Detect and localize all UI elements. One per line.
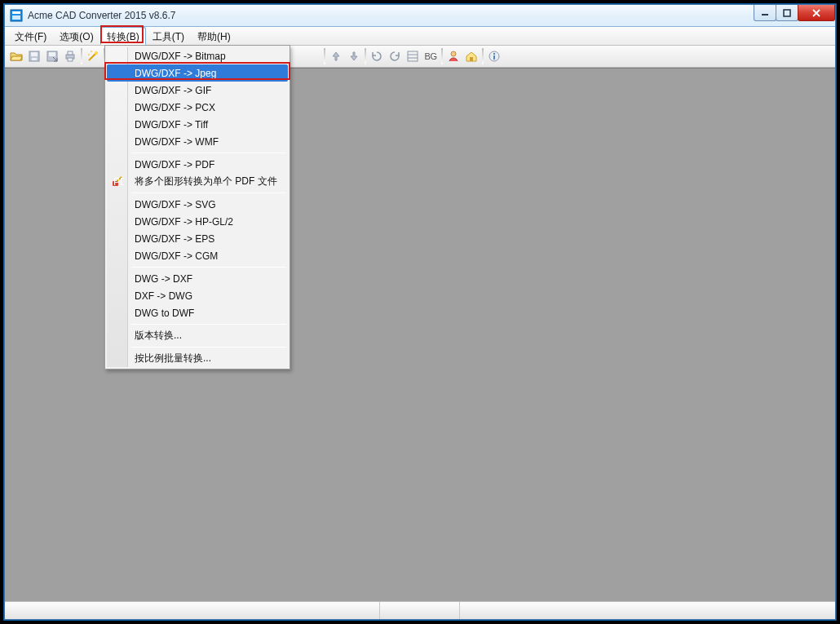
window-controls <box>754 5 835 21</box>
svg-text:PDF: PDF <box>113 176 124 188</box>
nav-up-icon[interactable] <box>327 47 345 65</box>
maximize-button[interactable] <box>776 5 798 21</box>
svg-rect-21 <box>493 53 495 55</box>
svg-rect-4 <box>784 10 790 16</box>
menu-item[interactable]: DWG/DXF -> Jpeg <box>107 64 288 82</box>
svg-point-13 <box>95 51 98 55</box>
menu-item[interactable]: DWG/DXF -> Bitmap <box>107 47 288 64</box>
svg-rect-7 <box>32 58 37 60</box>
menu-item-label: DWG/DXF -> SVG <box>135 199 216 210</box>
menu-item-label: DWG/DXF -> Jpeg <box>135 68 216 79</box>
menu-item-label: DWG/DXF -> CGM <box>135 250 218 262</box>
menu-item-label: DWG/DXF -> Tiff <box>135 119 208 131</box>
menu-item[interactable]: DWG/DXF -> SVG <box>107 196 288 213</box>
svg-rect-20 <box>493 55 495 60</box>
user-icon[interactable] <box>444 47 462 65</box>
menu-item[interactable]: PDF将多个图形转换为单个 PDF 文件 <box>107 173 288 190</box>
menu-item[interactable]: 按比例批量转换... <box>107 350 288 367</box>
toolbar-separator <box>324 48 325 64</box>
menu-item[interactable]: DXF -> DWG <box>107 287 288 304</box>
svg-rect-3 <box>762 14 768 15</box>
menu-item[interactable]: DWG/DXF -> HP-GL/2 <box>107 213 288 230</box>
home-icon[interactable] <box>462 47 480 65</box>
bg-label: BG <box>425 51 437 61</box>
menu-item-label: DWG/DXF -> EPS <box>135 233 214 245</box>
menu-item[interactable]: DWG/DXF -> CGM <box>107 247 288 264</box>
layers-icon[interactable] <box>404 47 422 65</box>
menu-separator <box>131 193 286 193</box>
svg-rect-9 <box>49 52 55 56</box>
menu-item[interactable]: 版本转换... <box>107 327 288 344</box>
info-icon[interactable] <box>485 47 503 65</box>
titlebar[interactable]: Acme CAD Converter 2015 v8.6.7 <box>5 5 835 27</box>
menu-item-label: DXF -> DWG <box>135 290 192 302</box>
close-button[interactable] <box>798 5 835 21</box>
menu-item-label: DWG/DXF -> PDF <box>135 159 214 170</box>
status-segment <box>380 602 460 619</box>
save-icon[interactable] <box>25 47 43 65</box>
svg-point-17 <box>451 51 456 56</box>
menu-separator <box>131 347 286 347</box>
menu-item-label: DWG/DXF -> WMF <box>135 136 219 148</box>
menu-help[interactable]: 帮助(H) <box>191 27 237 45</box>
toolbar-separator <box>441 48 443 64</box>
menu-options[interactable]: 选项(O) <box>53 27 99 45</box>
svg-rect-6 <box>31 52 38 56</box>
menu-item-label: DWG/DXF -> GIF <box>135 85 211 96</box>
menu-separator <box>131 153 286 153</box>
convert-wizard-icon[interactable] <box>84 47 102 65</box>
pdf-icon: PDF <box>111 175 124 188</box>
save-as-icon[interactable] <box>43 47 61 65</box>
menu-tools[interactable]: 工具(T) <box>146 27 191 45</box>
toolbar-separator <box>81 48 82 64</box>
menu-convert[interactable]: 转换(B) <box>100 27 146 45</box>
status-segment <box>5 602 380 619</box>
menu-item[interactable]: DWG/DXF -> Tiff <box>107 116 288 133</box>
statusbar <box>5 601 835 619</box>
print-icon[interactable] <box>61 47 79 65</box>
menu-item-label: DWG -> DXF <box>135 273 192 285</box>
menu-item-label: DWG/DXF -> HP-GL/2 <box>135 216 233 228</box>
menu-item-label: 将多个图形转换为单个 PDF 文件 <box>135 175 277 188</box>
menu-item[interactable]: DWG/DXF -> PCX <box>107 99 288 116</box>
toolbar-separator <box>482 48 484 64</box>
convert-menu-dropdown: DWG/DXF -> BitmapDWG/DXF -> JpegDWG/DXF … <box>104 45 290 370</box>
menu-item-label: 版本转换... <box>135 329 182 343</box>
svg-rect-11 <box>68 51 73 55</box>
menu-item-label: DWG/DXF -> PCX <box>135 102 215 113</box>
svg-rect-1 <box>12 11 20 14</box>
app-icon <box>10 9 23 22</box>
open-file-icon[interactable] <box>7 47 25 65</box>
svg-rect-2 <box>12 15 20 20</box>
menu-separator <box>131 324 286 325</box>
svg-rect-18 <box>470 57 473 61</box>
menu-file[interactable]: 文件(F) <box>8 27 53 45</box>
window-title: Acme CAD Converter 2015 v8.6.7 <box>28 10 749 21</box>
rotate-icon[interactable] <box>368 47 386 65</box>
rotate-ccw-icon[interactable] <box>386 47 404 65</box>
nav-down-icon[interactable] <box>345 47 363 65</box>
toolbar-separator <box>365 48 366 64</box>
menu-item[interactable]: DWG/DXF -> WMF <box>107 133 288 150</box>
svg-rect-12 <box>68 58 73 61</box>
svg-rect-14 <box>408 51 418 61</box>
menu-item[interactable]: DWG -> DXF <box>107 270 288 287</box>
menu-item[interactable]: DWG to DWF <box>107 304 288 321</box>
menu-item[interactable]: DWG/DXF -> PDF <box>107 156 288 173</box>
minimize-button[interactable] <box>754 5 776 21</box>
menu-item-label: DWG/DXF -> Bitmap <box>135 51 226 62</box>
menubar: 文件(F) 选项(O) 转换(B) 工具(T) 帮助(H) <box>5 27 835 46</box>
menu-separator <box>131 267 286 268</box>
menu-item-label: 按比例批量转换... <box>135 352 211 365</box>
bg-toggle[interactable]: BG <box>422 47 440 65</box>
menu-item-label: DWG to DWF <box>135 308 194 319</box>
menu-item[interactable]: DWG/DXF -> GIF <box>107 82 288 99</box>
menu-item[interactable]: DWG/DXF -> EPS <box>107 230 288 247</box>
